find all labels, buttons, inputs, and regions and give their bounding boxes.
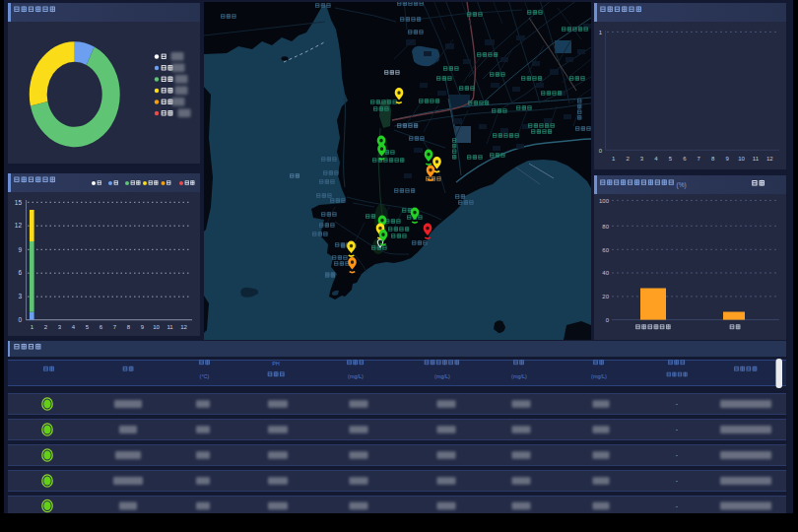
svg-text:15: 15 (15, 199, 23, 206)
svg-text:-: - (676, 400, 679, 407)
svg-text:6: 6 (18, 269, 22, 276)
svg-text:1: 1 (31, 324, 34, 330)
svg-text:80: 80 (602, 224, 609, 230)
svg-text:0: 0 (606, 317, 610, 323)
svg-text:-: - (676, 502, 679, 509)
svg-text:4: 4 (72, 324, 76, 330)
svg-text:5: 5 (86, 324, 90, 330)
svg-text:40: 40 (602, 270, 609, 276)
svg-text:100: 100 (599, 198, 610, 204)
svg-text:0: 0 (18, 316, 22, 323)
svg-text:7: 7 (113, 324, 117, 330)
svg-text:10: 10 (153, 324, 160, 330)
svg-text:8: 8 (711, 156, 715, 162)
svg-text:(mg/L): (mg/L) (591, 373, 607, 379)
svg-text:1: 1 (612, 156, 616, 162)
svg-text:9: 9 (141, 324, 145, 330)
svg-text:-: - (676, 426, 679, 432)
svg-text:0: 0 (599, 148, 603, 154)
svg-text:60: 60 (602, 247, 609, 253)
svg-text:(%): (%) (677, 181, 687, 189)
svg-text:(°C): (°C) (200, 373, 210, 379)
svg-text:11: 11 (166, 324, 173, 330)
svg-text:12: 12 (766, 156, 773, 162)
svg-text:-: - (676, 451, 679, 458)
svg-text:9: 9 (725, 156, 729, 162)
svg-text:8: 8 (127, 324, 131, 330)
svg-text:20: 20 (602, 294, 609, 299)
svg-text:4: 4 (654, 156, 658, 162)
svg-text:6: 6 (683, 156, 687, 162)
svg-text:12: 12 (180, 324, 187, 330)
svg-text:12: 12 (15, 222, 23, 229)
svg-text:(mg/L): (mg/L) (434, 373, 450, 379)
svg-text:3: 3 (640, 156, 644, 162)
svg-text:-: - (676, 477, 679, 484)
svg-text:3: 3 (18, 293, 22, 299)
svg-text:2: 2 (626, 156, 630, 162)
svg-text:2: 2 (44, 324, 48, 330)
svg-text:(mg/L): (mg/L) (348, 373, 364, 379)
svg-text:1: 1 (599, 30, 603, 35)
svg-text:11: 11 (753, 156, 760, 162)
svg-text:9: 9 (18, 246, 22, 253)
svg-text:5: 5 (669, 156, 673, 162)
svg-text:6: 6 (100, 324, 103, 330)
svg-text:(mg/L): (mg/L) (511, 373, 527, 379)
svg-text:10: 10 (738, 156, 745, 162)
svg-text:7: 7 (698, 156, 701, 162)
svg-text:3: 3 (58, 324, 62, 330)
svg-text:PH: PH (272, 361, 280, 366)
